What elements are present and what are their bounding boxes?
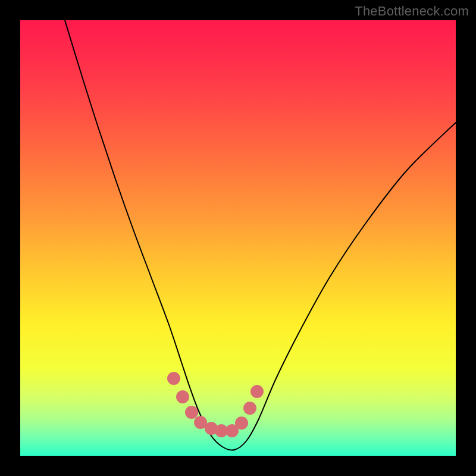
marker-dot xyxy=(243,402,256,415)
watermark-text: TheBottleneck.com xyxy=(355,4,469,19)
marker-dot xyxy=(250,385,264,398)
marker-dot xyxy=(167,372,180,385)
marker-dot xyxy=(235,416,248,430)
bottleneck-curve xyxy=(65,20,456,450)
chart-svg xyxy=(20,20,456,456)
marker-dot xyxy=(185,406,198,419)
chart-frame xyxy=(20,20,456,456)
marker-dot xyxy=(176,390,189,403)
marker-group xyxy=(167,372,264,437)
